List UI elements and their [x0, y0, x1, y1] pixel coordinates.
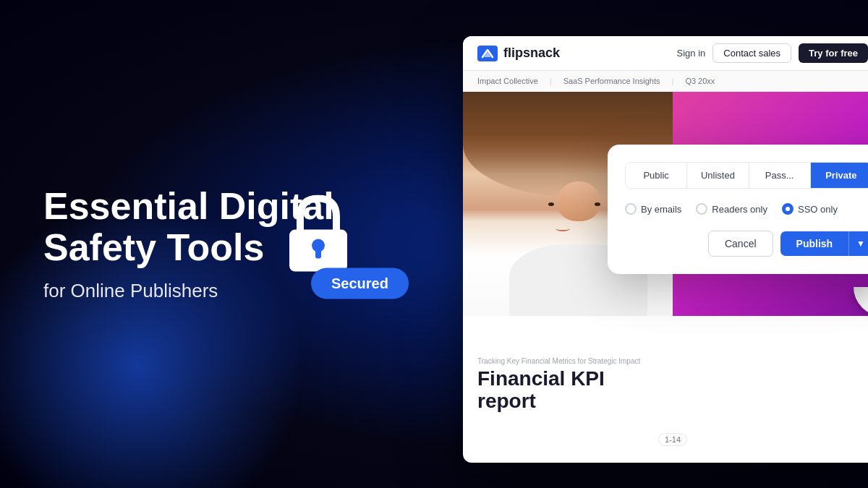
radio-circle-emails [625, 203, 637, 215]
privacy-popup: Public Unlisted Pass... Private By email… [608, 145, 868, 274]
breadcrumb-item-1: Impact Collective [477, 77, 538, 85]
action-buttons: Cancel Publish ▼ [625, 231, 868, 257]
breadcrumb: Impact Collective | SaaS Performance Ins… [463, 71, 868, 92]
secured-badge: Secured [311, 267, 409, 299]
tab-private[interactable]: Private [811, 163, 868, 188]
privacy-tabs: Public Unlisted Pass... Private [625, 162, 868, 189]
flipsnack-logo: flipsnack [477, 46, 560, 61]
hero-subtitle: for Online Publishers [43, 280, 334, 302]
radio-label-sso: SSO only [798, 204, 838, 215]
svg-rect-2 [315, 245, 321, 258]
radio-label-readers: Readers only [712, 204, 767, 215]
logo-icon [477, 46, 498, 61]
publish-dropdown-arrow[interactable]: ▼ [848, 231, 868, 256]
try-free-button[interactable]: Try for free [799, 43, 868, 63]
sign-in-link[interactable]: Sign in [677, 48, 706, 59]
breadcrumb-item-2: SaaS Performance Insights [563, 77, 660, 85]
logo-text: flipsnack [503, 46, 560, 61]
tab-password[interactable]: Pass... [749, 163, 811, 188]
radio-group: By emails Readers only SSO only [625, 203, 868, 215]
breadcrumb-item-3: Q3 20xx [685, 77, 715, 85]
radio-readers-only[interactable]: Readers only [696, 203, 767, 215]
radio-by-emails[interactable]: By emails [625, 203, 681, 215]
breadcrumb-sep-1: | [550, 77, 552, 85]
cancel-button[interactable]: Cancel [708, 231, 773, 257]
doc-title: Financial KPI report [477, 368, 868, 413]
radio-label-emails: By emails [641, 204, 681, 215]
radio-circle-sso [782, 203, 793, 215]
tab-public[interactable]: Public [626, 163, 687, 188]
lock-icon-container [282, 194, 354, 277]
publish-button[interactable]: Publish [780, 231, 849, 256]
nav-buttons: Sign in Contact sales Try for free [677, 43, 868, 63]
contact-sales-button[interactable]: Contact sales [712, 43, 791, 63]
lock-icon [282, 194, 354, 274]
browser-navbar: flipsnack Sign in Contact sales Try for … [463, 36, 868, 71]
doc-subtitle: Tracking Key Financial Metrics for Strat… [477, 357, 868, 365]
radio-sso-only[interactable]: SSO only [782, 203, 838, 215]
tab-unlisted[interactable]: Unlisted [687, 163, 749, 188]
radio-circle-readers [696, 203, 707, 215]
page-indicator: 1-14 [658, 433, 687, 446]
publish-button-group: Publish ▼ [780, 231, 868, 256]
breadcrumb-sep-2: | [672, 77, 674, 85]
